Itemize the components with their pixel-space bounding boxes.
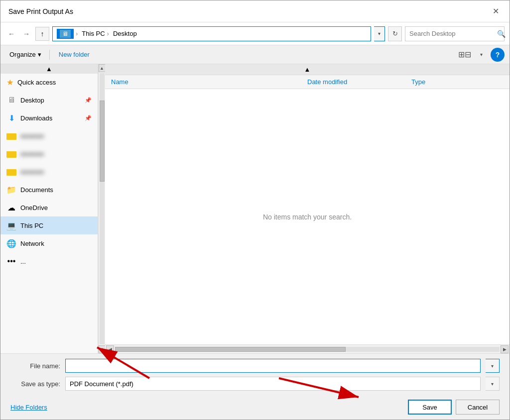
sidebar-item-desktop[interactable]: 🖥 Desktop 📌 (0, 91, 98, 109)
organize-label: Organize (9, 51, 36, 58)
sidebar: ▲ ★ Quick access 🖥 Desktop 📌 ⬇ Downloads (0, 64, 98, 353)
network-icon: 🌐 (6, 238, 16, 248)
organize-arrow-icon: ▾ (38, 51, 41, 58)
bottom-section: File name: ▾ Save as type: ▾ (0, 353, 510, 396)
quick-access-label: Quick access (17, 79, 56, 86)
horizontal-scrollbar: ◀ ▶ (105, 344, 510, 353)
sidebar-scroll-up[interactable]: ▲ (0, 64, 98, 74)
close-button[interactable]: ✕ (490, 5, 502, 17)
save-button[interactable]: Save (408, 400, 452, 415)
vscroll-up-button[interactable]: ▲ (99, 64, 106, 72)
view-button[interactable]: ⊞⊟ (458, 48, 472, 62)
h-scroll-left-button[interactable]: ◀ (106, 345, 114, 353)
documents-icon: 📁 (6, 185, 16, 195)
file-list-scroll-up[interactable]: ▲ (105, 64, 510, 75)
search-box: 🔍 (405, 26, 505, 41)
h-scroll-right-button[interactable]: ▶ (501, 345, 509, 353)
save-as-type-row: Save as type: ▾ (10, 377, 500, 391)
sidebar-container: ▲ ★ Quick access 🖥 Desktop 📌 ⬇ Downloads (0, 64, 105, 353)
h-scrollbar-track (115, 347, 500, 352)
file-name-dropdown[interactable]: ▾ (486, 359, 500, 373)
h-scrollbar-thumb[interactable] (115, 347, 346, 352)
more-icon: ••• (6, 256, 16, 266)
help-button[interactable]: ? (491, 48, 505, 62)
address-dropdown[interactable]: ▾ (374, 26, 385, 41)
sidebar-item-folder2[interactable]: ■■■■■■ (0, 145, 98, 163)
sidebar-downloads-label: Downloads (20, 114, 81, 122)
quick-access-header[interactable]: ★ Quick access (0, 74, 98, 91)
quick-access-star-icon: ★ (6, 78, 13, 87)
downloads-icon: ⬇ (6, 113, 16, 123)
new-folder-button[interactable]: New folder (54, 49, 95, 60)
dialog-title: Save Print Output As (8, 7, 73, 15)
address-path[interactable]: 🖥 › This PC › Desktop (52, 26, 371, 41)
file-list-header: Name Date modified Type (105, 75, 510, 89)
sidebar-more-label: ... (20, 258, 92, 265)
folder3-icon (6, 167, 16, 177)
file-name-label: File name: (10, 362, 60, 370)
path-desktop: Desktop (113, 30, 137, 37)
save-dialog: Save Print Output As ✕ ← → ↑ 🖥 › This PC… (0, 0, 510, 420)
folder2-icon (6, 149, 16, 159)
column-header-type[interactable]: Type (405, 75, 510, 89)
folder1-icon (6, 131, 16, 141)
sidebar-thispc-label: This PC (20, 222, 92, 229)
path-thispc: This PC (82, 30, 105, 37)
thispc-icon: 💻 (6, 220, 16, 230)
save-as-type-dropdown[interactable]: ▾ (486, 377, 500, 391)
sidebar-item-onedrive[interactable]: ☁ OneDrive (0, 199, 98, 216)
sidebar-folder3-label: ■■■■■■ (20, 168, 92, 176)
save-as-type-label: Save as type: (10, 380, 60, 388)
sidebar-item-folder1[interactable]: ■■■■■■ (0, 127, 98, 145)
action-row: Hide Folders Save Cancel (0, 396, 510, 420)
view-dropdown[interactable]: ▾ (476, 48, 487, 62)
file-list-body: No items match your search. (105, 89, 510, 344)
toolbar: Organize ▾ New folder ⊞⊟ ▾ ? (0, 45, 510, 64)
file-scroll-up-icon: ▲ (304, 66, 311, 73)
sidebar-item-more[interactable]: ••• ... (0, 252, 98, 270)
sidebar-item-network[interactable]: 🌐 Network (0, 234, 98, 252)
sidebar-item-downloads[interactable]: ⬇ Downloads 📌 (0, 109, 98, 127)
scroll-up-icon: ▲ (46, 65, 52, 73)
action-buttons: Save Cancel (408, 400, 500, 415)
search-input[interactable] (405, 30, 497, 37)
sidebar-documents-label: Documents (20, 186, 92, 194)
forward-button[interactable]: → (20, 28, 32, 40)
sidebar-onedrive-label: OneDrive (20, 204, 92, 211)
sidebar-desktop-label: Desktop (20, 97, 81, 104)
title-bar: Save Print Output As ✕ (0, 0, 510, 22)
onedrive-icon: ☁ (6, 203, 16, 212)
file-area: ▲ Name Date modified Type No items match… (105, 64, 510, 353)
search-icon[interactable]: 🔍 (497, 27, 506, 41)
vscroll-thumb[interactable] (100, 101, 105, 182)
hide-folders-button[interactable]: Hide Folders (10, 404, 47, 411)
sidebar-item-thispc[interactable]: 💻 This PC (0, 216, 98, 234)
back-button[interactable]: ← (5, 28, 17, 40)
monitor-icon: 🖥 (57, 29, 74, 39)
refresh-button[interactable]: ↻ (388, 26, 402, 41)
column-header-date[interactable]: Date modified (301, 75, 405, 89)
file-name-row: File name: ▾ (10, 359, 500, 373)
cancel-button[interactable]: Cancel (456, 400, 500, 415)
sidebar-folder2-label: ■■■■■■ (20, 150, 92, 158)
desktop-icon: 🖥 (6, 95, 16, 105)
no-items-message: No items match your search. (263, 213, 352, 221)
sidebar-item-folder3[interactable]: ■■■■■■ (0, 163, 98, 181)
toolbar-divider (49, 50, 50, 60)
column-header-name[interactable]: Name (105, 75, 301, 89)
save-as-type-input[interactable] (65, 377, 481, 391)
address-bar: ← → ↑ 🖥 › This PC › Desktop ▾ ↻ 🔍 (0, 22, 510, 45)
sidebar-item-documents[interactable]: 📁 Documents (0, 181, 98, 199)
view-icon: ⊞⊟ (458, 50, 471, 59)
sidebar-folder1-label: ■■■■■■ (20, 132, 92, 140)
vscroll-track (100, 73, 105, 344)
file-name-input[interactable] (65, 359, 481, 373)
sidebar-vscrollbar: ▲ ▼ (98, 64, 105, 353)
downloads-pin-icon: 📌 (85, 115, 92, 121)
up-button[interactable]: ↑ (35, 27, 49, 41)
desktop-pin-icon: 📌 (85, 97, 92, 104)
main-content: ▲ ★ Quick access 🖥 Desktop 📌 ⬇ Downloads (0, 64, 510, 353)
organize-button[interactable]: Organize ▾ (5, 49, 45, 60)
sidebar-network-label: Network (20, 240, 92, 247)
vscroll-down-button[interactable]: ▼ (99, 345, 106, 353)
